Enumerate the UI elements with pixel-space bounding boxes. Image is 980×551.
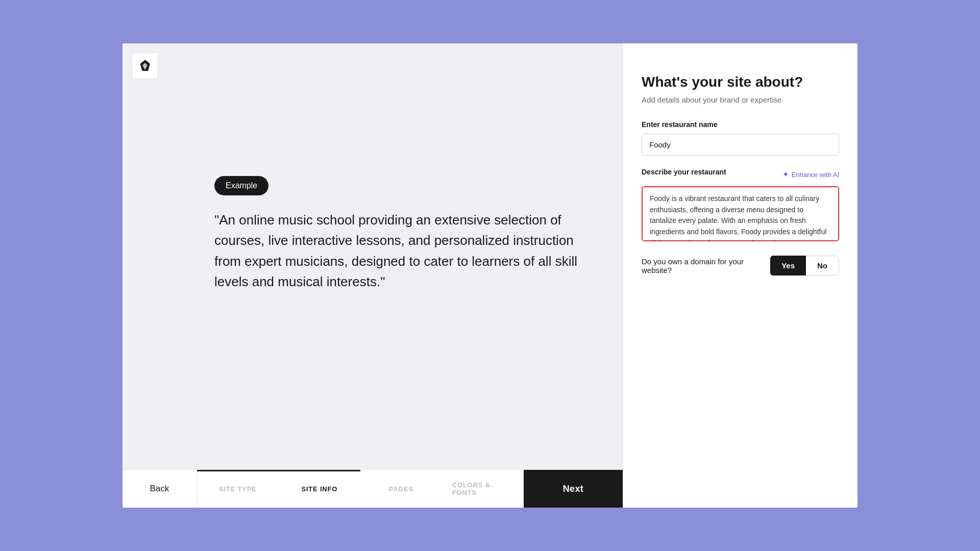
nav-step-bar-colors-fonts <box>442 470 524 471</box>
domain-buttons: Yes No <box>770 256 839 276</box>
nav-step-colors-fonts: COLORS & FONTS <box>442 470 524 508</box>
example-badge: Example <box>214 176 268 195</box>
right-subtitle: Add details about your brand or expertis… <box>642 95 839 104</box>
bottom-nav: Back SITE TYPE SITE INFO PAGES COLORS & … <box>122 469 623 508</box>
nav-step-label-site-info: SITE INFO <box>302 485 338 493</box>
nav-step-site-type: SITE TYPE <box>197 470 279 508</box>
enhance-ai-button[interactable]: ✦ Enhance with AI <box>782 170 839 179</box>
main-container: Example "An online music school providin… <box>122 43 857 508</box>
domain-row: Do you own a domain for your website? Ye… <box>642 256 839 276</box>
nav-step-label-pages: PAGES <box>389 485 413 493</box>
sparkle-icon: ✦ <box>782 170 789 179</box>
right-panel: What's your site about? Add details abou… <box>623 43 857 508</box>
logo-button[interactable] <box>132 53 158 79</box>
describe-textarea[interactable]: Foody is a vibrant restaurant that cater… <box>642 186 839 241</box>
logo-icon <box>138 59 152 73</box>
nav-step-label-colors-fonts: COLORS & FONTS <box>452 481 513 496</box>
left-panel: Example "An online music school providin… <box>122 43 623 508</box>
example-quote: "An online music school providing an ext… <box>214 210 582 292</box>
restaurant-name-label: Enter restaurant name <box>642 120 839 129</box>
back-button[interactable]: Back <box>122 470 197 508</box>
nav-step-bar-site-info <box>279 470 360 471</box>
restaurant-name-input[interactable] <box>642 134 839 156</box>
nav-steps: SITE TYPE SITE INFO PAGES COLORS & FONTS <box>197 470 524 508</box>
nav-step-bar-pages <box>360 470 442 471</box>
next-button[interactable]: Next <box>524 470 623 508</box>
describe-label: Describe your restaurant <box>642 168 726 176</box>
right-title: What's your site about? <box>642 74 839 90</box>
describe-header: Describe your restaurant ✦ Enhance with … <box>642 168 839 181</box>
left-content: Example "An online music school providin… <box>214 176 582 292</box>
nav-step-pages: PAGES <box>360 470 442 508</box>
nav-step-bar-site-type <box>197 470 279 471</box>
domain-no-button[interactable]: No <box>806 256 839 276</box>
nav-step-site-info: SITE INFO <box>279 470 360 508</box>
domain-question: Do you own a domain for your website? <box>642 257 770 274</box>
domain-yes-button[interactable]: Yes <box>770 256 806 276</box>
nav-step-label-site-type: SITE TYPE <box>219 485 256 493</box>
enhance-ai-label: Enhance with AI <box>792 171 839 179</box>
